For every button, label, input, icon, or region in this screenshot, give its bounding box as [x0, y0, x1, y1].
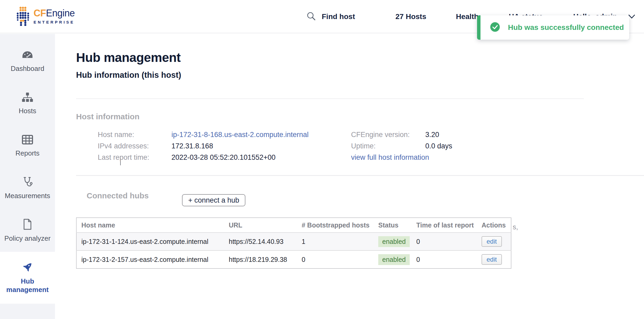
- cfengine-version-row: CFEngine version: 3.20: [351, 129, 452, 140]
- field-label: Last report time:: [98, 153, 171, 162]
- field-value: 0.0 days: [425, 142, 452, 150]
- column-header-url: URL: [229, 218, 302, 233]
- file-icon: [22, 218, 33, 231]
- check-circle-icon: [490, 22, 500, 33]
- cfengine-robot-icon: [15, 6, 30, 27]
- field-value: 2022-03-28 05:52:20.101552+00: [171, 153, 276, 162]
- sitemap-icon: [22, 92, 33, 104]
- cfengine-logo[interactable]: CFEngine ENTERPRISE: [15, 6, 75, 27]
- sidebar-item-reports[interactable]: Reports: [0, 125, 55, 167]
- field-value: 172.31.8.168: [171, 142, 213, 150]
- health-menu[interactable]: Health: [456, 0, 479, 33]
- hosts-count[interactable]: 27 Hosts: [395, 0, 426, 33]
- cell-actions: edit: [482, 233, 511, 250]
- page-subtitle: Hub information (this host): [76, 70, 181, 80]
- cell-host-name: ip-172-31-2-157.us-east-2.compute.intern…: [76, 250, 229, 268]
- column-header-last-report: Time of last report: [416, 218, 482, 233]
- rocket-icon: [21, 261, 34, 274]
- logo-enterprise-label: ENTERPRISE: [34, 20, 75, 24]
- host-name-link[interactable]: ip-172-31-8-168.us-east-2.compute.intern…: [171, 131, 309, 139]
- cfengine-logo-text: CFEngine ENTERPRISE: [34, 8, 75, 24]
- sidebar-item-policy-analyzer[interactable]: Policy analyzer: [0, 209, 55, 252]
- find-host-search[interactable]: [306, 0, 396, 33]
- edit-button[interactable]: edit: [482, 254, 502, 265]
- connect-a-hub-button[interactable]: + connect a hub: [182, 194, 245, 206]
- logo-wordmark: CFEngine: [34, 8, 75, 18]
- field-label: CFEngine version:: [351, 131, 425, 139]
- column-header-host-name: Host name: [76, 218, 229, 233]
- sidebar-item-dashboard[interactable]: Dashboard: [0, 40, 55, 83]
- cell-host-name: ip-172-31-1-124.us-east-2.compute.intern…: [76, 233, 229, 250]
- cell-actions: edit: [482, 250, 511, 268]
- ipv4-row: IPv4 addresses: 172.31.8.168: [98, 140, 309, 152]
- table-header-row: Host name URL # Bootstrapped hosts Statu…: [76, 218, 511, 233]
- cell-status: enabled: [378, 233, 416, 250]
- connected-hubs-table: Host name URL # Bootstrapped hosts Statu…: [76, 217, 511, 269]
- stray-text-artifact: s,: [513, 223, 518, 231]
- field-label: Uptime:: [351, 142, 425, 150]
- view-full-host-information-link[interactable]: view full host information: [351, 153, 429, 162]
- gauge-icon: [22, 50, 33, 61]
- column-header-bootstrapped: # Bootstrapped hosts: [302, 218, 378, 233]
- cell-url: https://52.14.40.93: [229, 233, 302, 250]
- cell-last-report: 0: [416, 250, 482, 268]
- host-name-row: Host name: ip-172-31-8-168.us-east-2.com…: [98, 129, 309, 140]
- field-label: Host name:: [98, 131, 171, 139]
- sidebar-item-hosts[interactable]: Hosts: [0, 83, 55, 125]
- cell-url: https://18.219.29.38: [229, 250, 302, 268]
- toast-message: Hub was successfully connected: [508, 23, 624, 32]
- status-badge: enabled: [378, 236, 410, 247]
- page-title: Hub management: [76, 50, 181, 65]
- cell-last-report: 0: [416, 233, 482, 250]
- cell-bootstrapped: 1: [302, 233, 378, 250]
- cell-bootstrapped: 0: [302, 250, 378, 268]
- sidebar-item-measurements[interactable]: Measurements: [0, 167, 55, 209]
- last-report-row: Last report time: 2022-03-28 05:52:20.10…: [98, 152, 309, 163]
- sidebar-nav: Dashboard Hosts: [0, 34, 55, 319]
- uptime-row: Uptime: 0.0 days: [351, 140, 452, 152]
- sidebar-label: Dashboard: [11, 65, 44, 73]
- table-row: ip-172-31-2-157.us-east-2.compute.intern…: [76, 250, 511, 268]
- divider: [76, 175, 644, 176]
- sidebar-item-hub-management[interactable]: Hub management: [0, 252, 55, 304]
- table-row: ip-172-31-1-124.us-east-2.compute.intern…: [76, 233, 511, 250]
- field-label: IPv4 addresses:: [98, 142, 171, 150]
- divider: [76, 98, 584, 99]
- status-badge: enabled: [378, 254, 410, 265]
- edit-button[interactable]: edit: [482, 236, 502, 247]
- host-info-right-column: CFEngine version: 3.20 Uptime: 0.0 days …: [351, 129, 452, 163]
- sidebar-label: Hub management: [4, 277, 51, 294]
- full-host-info-row: view full host information: [351, 152, 452, 163]
- column-header-actions: Actions: [482, 218, 511, 233]
- field-value: 3.20: [425, 131, 439, 139]
- host-information-heading: Host information: [76, 112, 139, 121]
- sidebar-label: Hosts: [19, 107, 36, 115]
- chevron-down-icon[interactable]: [628, 14, 635, 20]
- sidebar-label: Measurements: [5, 192, 50, 200]
- host-info-left-column: Host name: ip-172-31-8-168.us-east-2.com…: [98, 129, 309, 163]
- success-toast: Hub was successfully connected: [477, 15, 629, 40]
- table-icon: [22, 134, 33, 146]
- column-header-status: Status: [378, 218, 416, 233]
- sidebar-label: Reports: [15, 149, 39, 158]
- search-input[interactable]: [322, 12, 396, 21]
- connected-hubs-heading: Connected hubs: [87, 191, 149, 200]
- main-content: Hub management Hub information (this hos…: [55, 34, 644, 319]
- cell-status: enabled: [378, 250, 416, 268]
- stethoscope-icon: [22, 176, 33, 189]
- sidebar-label: Policy analyzer: [4, 234, 51, 243]
- search-icon: [306, 11, 316, 22]
- app-window: CFEngine ENTERPRISE 27 Hosts Health HA s…: [0, 0, 644, 319]
